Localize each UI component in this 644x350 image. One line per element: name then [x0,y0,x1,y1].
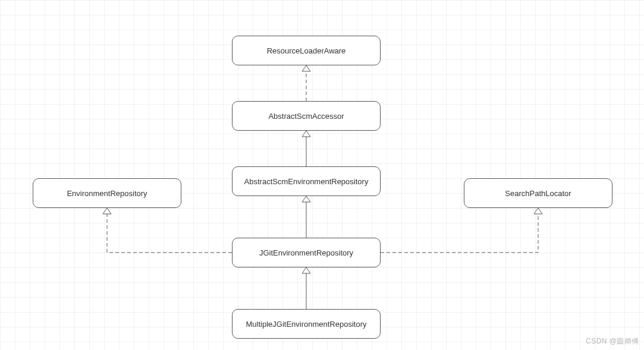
class-box-resource-loader-aware: ResourceLoaderAware [232,36,381,65]
class-label: MultipleJGitEnvironmentRepository [246,320,366,329]
class-label: SearchPathLocator [505,189,571,198]
class-label: AbstractScmAccessor [268,112,344,121]
svg-marker-9 [534,208,542,214]
svg-marker-4 [302,196,310,202]
watermark-text: CSDN @圆师傅 [586,336,639,346]
class-box-environment-repository: EnvironmentRepository [33,178,181,208]
class-box-multiple-jgit-environment-repository: MultipleJGitEnvironmentRepository [232,309,381,339]
svg-marker-0 [302,65,310,71]
svg-marker-6 [302,267,310,273]
class-box-search-path-locator: SearchPathLocator [464,178,612,208]
class-label: EnvironmentRepository [67,189,147,198]
class-label: JGitEnvironmentRepository [259,248,353,257]
class-box-jgit-environment-repository: JGitEnvironmentRepository [232,238,381,267]
svg-marker-2 [302,131,310,137]
svg-marker-8 [103,208,111,214]
class-box-abstract-scm-accessor: AbstractScmAccessor [232,101,381,131]
class-box-abstract-scm-environment-repository: AbstractScmEnvironmentRepository [232,166,381,196]
class-label: ResourceLoaderAware [267,46,346,55]
class-label: AbstractScmEnvironmentRepository [244,177,369,186]
